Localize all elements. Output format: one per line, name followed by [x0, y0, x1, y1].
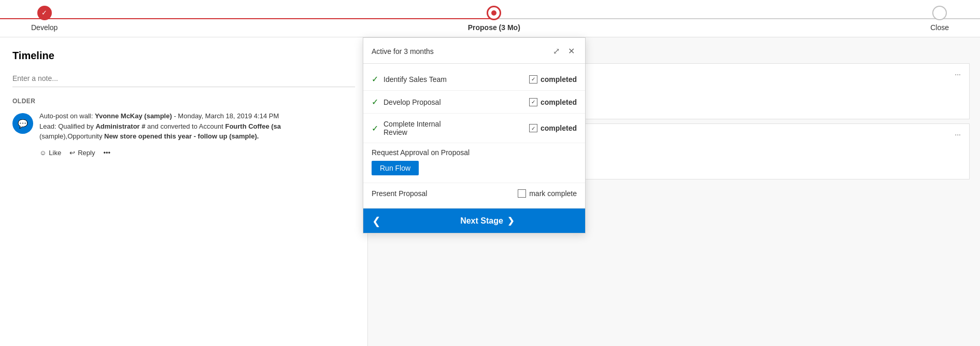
stage-circle-propose	[487, 6, 501, 20]
prev-chevron-icon: ❮	[372, 215, 381, 227]
checklist-left-identify: ✓ Identify Sales Team	[372, 74, 447, 84]
stage-develop[interactable]: ✓ Develop	[31, 6, 58, 32]
popup-header-actions: ⤢ ✕	[551, 45, 577, 57]
autopost-timestamp: Monday, March 18, 2019 4:14 PM	[178, 112, 279, 120]
autopost-prefix: Auto-post on wall:	[39, 112, 95, 120]
stage-label-develop: Develop	[31, 23, 58, 32]
completed-badge-identify: completed	[541, 75, 577, 84]
popup-title: Active for 3 months	[372, 47, 434, 56]
present-proposal-item: Present Proposal mark complete	[363, 183, 585, 204]
close-icon: ✕	[568, 46, 575, 56]
like-label: Like	[49, 149, 61, 157]
stage-close[interactable]: Close	[930, 6, 949, 32]
run-flow-section: Request Approval on Proposal Run Flow	[363, 143, 585, 183]
checklist-label-develop: Develop Proposal	[384, 98, 441, 106]
autopost-admin: Administrator #	[95, 122, 145, 130]
stage-circle-develop: ✓	[37, 6, 52, 20]
autopost-body: Lead: Qualified by	[39, 122, 95, 130]
autopost-mid2: (sample),Opportunity	[39, 132, 104, 140]
checklist-item-identify-sales: ✓ Identify Sales Team ✓ completed	[363, 68, 585, 91]
timeline-item-content: Auto-post on wall: Yvonne McKay (sample)…	[39, 111, 355, 159]
stage-bar: ✓ Develop Propose (3 Mo) Close	[0, 6, 980, 32]
checklist-label-internal: Complete InternalReview	[384, 120, 441, 136]
mark-complete-text: mark complete	[529, 189, 577, 198]
reply-label: Reply	[78, 149, 95, 157]
chat-icon: 💬	[18, 119, 28, 129]
autopost-account: Fourth Coffee (sa	[225, 122, 281, 130]
main-content: Timeline OLDER 💬 Auto-post on wall: Yvon…	[0, 37, 980, 346]
timeline-item-text: Auto-post on wall: Yvonne McKay (sample)…	[39, 111, 355, 142]
expand-icon: ⤢	[553, 46, 560, 56]
more-button[interactable]: •••	[103, 147, 110, 159]
stages-list: ✓ Develop Propose (3 Mo) Close	[31, 6, 949, 32]
like-button[interactable]: ☺ Like	[39, 147, 61, 159]
run-flow-button[interactable]: Run Flow	[372, 161, 419, 175]
stage-label-close: Close	[930, 23, 949, 32]
timeline-actions: ☺ Like ↩ Reply •••	[39, 147, 355, 159]
checklist-item-develop-proposal: ✓ Develop Proposal ✓ completed	[363, 91, 585, 114]
checkmark-internal-icon: ✓	[372, 123, 378, 133]
prev-stage-button[interactable]: ❮	[363, 209, 389, 233]
stage-bar-container: ✓ Develop Propose (3 Mo) Close	[0, 0, 980, 37]
mark-complete-right: mark complete	[518, 189, 577, 198]
close-button[interactable]: ✕	[566, 45, 577, 57]
completed-checkbox-internal[interactable]: ✓	[529, 124, 537, 132]
completed-checkbox-identify[interactable]: ✓	[529, 75, 537, 84]
expand-button[interactable]: ⤢	[551, 45, 562, 57]
older-label: OLDER	[12, 98, 355, 105]
stage-propose[interactable]: Propose (3 Mo)	[468, 6, 520, 32]
timeline-item: 💬 Auto-post on wall: Yvonne McKay (sampl…	[12, 111, 355, 159]
stage-circle-close	[932, 6, 947, 20]
next-stage-button[interactable]: Next Stage ❯	[389, 209, 585, 233]
checklist-right-internal: ✓ completed	[529, 124, 577, 132]
checklist-item-internal-review: ✓ Complete InternalReview ✓ completed	[363, 114, 585, 143]
completed-checkbox-develop[interactable]: ✓	[529, 98, 537, 106]
checklist-left-develop: ✓ Develop Proposal	[372, 97, 441, 107]
autopost-opportunity: New store opened this year - follow up (…	[104, 132, 259, 140]
activity-more-2[interactable]: ···	[955, 130, 961, 139]
checkmark-identify-icon: ✓	[372, 74, 378, 84]
autopost-mid1: and converted to Account	[147, 122, 225, 130]
checkmark-develop-icon: ✓	[372, 97, 378, 107]
checklist-label-identify: Identify Sales Team	[384, 75, 447, 84]
reply-button[interactable]: ↩ Reply	[69, 147, 95, 159]
popup-footer: ❮ Next Stage ❯	[363, 208, 585, 233]
popup-body: ✓ Identify Sales Team ✓ completed ✓ Deve…	[363, 64, 585, 208]
checklist-right-identify: ✓ completed	[529, 75, 577, 84]
more-icon: •••	[103, 149, 110, 157]
note-input[interactable]	[12, 70, 355, 87]
completed-badge-internal: completed	[541, 124, 577, 132]
mark-complete-checkbox[interactable]	[518, 189, 526, 198]
present-proposal-label: Present Proposal	[372, 189, 427, 198]
autopost-author: Yvonne McKay (sample)	[95, 112, 172, 120]
next-chevron-icon: ❯	[507, 216, 514, 226]
avatar: 💬	[12, 113, 33, 134]
checklist-left-internal: ✓ Complete InternalReview	[372, 120, 441, 136]
reply-icon: ↩	[69, 149, 75, 157]
stage-popup: Active for 3 months ⤢ ✕ ✓ Identify Sales…	[363, 37, 586, 233]
timeline-panel: Timeline OLDER 💬 Auto-post on wall: Yvon…	[0, 37, 368, 346]
stage-label-propose: Propose (3 Mo)	[468, 23, 520, 32]
like-icon: ☺	[39, 149, 46, 157]
timeline-title: Timeline	[12, 50, 355, 62]
checkmark-icon: ✓	[41, 9, 47, 17]
activity-more-1[interactable]: ···	[955, 70, 961, 78]
next-stage-label: Next Stage	[460, 216, 503, 226]
run-flow-label: Request Approval on Proposal	[372, 148, 577, 157]
completed-badge-develop: completed	[541, 98, 577, 106]
popup-header: Active for 3 months ⤢ ✕	[363, 38, 585, 64]
checklist-right-develop: ✓ completed	[529, 98, 577, 106]
